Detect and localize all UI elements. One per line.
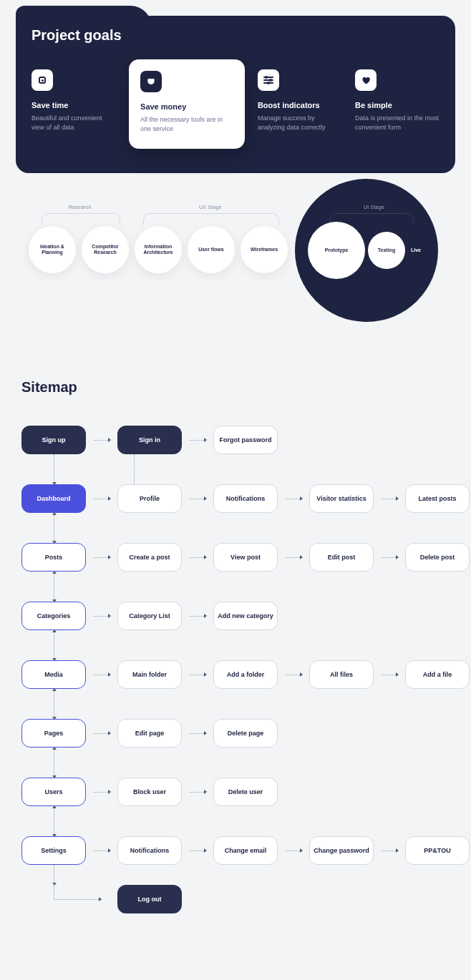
sitemap-row: CategoriesCategory ListAdd new category bbox=[21, 602, 450, 630]
sitemap-node-child: Category List bbox=[117, 602, 182, 630]
stage-bubble-ia: Information Architecture bbox=[135, 226, 182, 273]
connector-horizontal bbox=[286, 499, 301, 499]
sitemap-row: DashboardProfileNotificationsVisitor sta… bbox=[21, 484, 450, 513]
connector-horizontal bbox=[190, 733, 205, 734]
connector-horizontal bbox=[286, 557, 301, 558]
goal-boost-indicators: Boost indicators Manage success by analy… bbox=[258, 69, 342, 132]
sitemap-node-child: Change email bbox=[213, 836, 278, 865]
project-goals-section: Project goals Save time Beautiful and co… bbox=[0, 0, 471, 173]
connector-horizontal bbox=[190, 499, 205, 499]
project-goals-row: Save time Beautiful and convenient view … bbox=[31, 69, 440, 149]
connector-horizontal bbox=[190, 675, 205, 675]
connector-vertical bbox=[54, 806, 54, 836]
sitemap-node-child: Delete page bbox=[213, 719, 278, 748]
sitemap-row: SettingsNotificationsChange emailChange … bbox=[21, 836, 450, 865]
sitemap-row: MediaMain folderAdd a folderAll filesAdd… bbox=[21, 660, 450, 689]
ui-stage-circle: UI Stage Prototype Testing Live bbox=[295, 179, 438, 322]
connector-vertical bbox=[54, 865, 54, 899]
connector-vertical bbox=[134, 454, 135, 484]
connector-vertical bbox=[54, 454, 54, 484]
ui-stage-label: UI Stage bbox=[364, 205, 384, 210]
connector-horizontal bbox=[94, 440, 110, 441]
sitemap-node-child: Latest posts bbox=[405, 484, 470, 513]
stage-bubble-competitor: Competitor Research bbox=[82, 226, 129, 273]
sitemap-node-primary: Dashboard bbox=[21, 484, 86, 513]
sitemap-node-logout: Log out bbox=[117, 885, 182, 913]
sitemap-node-child: PP&TOU bbox=[405, 836, 470, 865]
stage-bubble-prototype: Prototype bbox=[308, 222, 365, 279]
connector-horizontal bbox=[94, 557, 110, 558]
sitemap-node-child: Main folder bbox=[117, 660, 182, 689]
research-stage-label: Research bbox=[69, 205, 92, 210]
connector-vertical bbox=[54, 630, 54, 660]
goal-title: Boost indicators bbox=[258, 101, 342, 109]
connector-horizontal bbox=[94, 792, 110, 793]
goal-title: Be simple bbox=[355, 101, 440, 109]
connector-horizontal bbox=[190, 440, 205, 441]
sitemap-node-child: Add a file bbox=[405, 660, 470, 689]
svg-rect-0 bbox=[147, 79, 154, 80]
sitemap-node-primary: Pages bbox=[21, 719, 86, 748]
connector-vertical bbox=[54, 572, 54, 602]
connector-vertical bbox=[54, 513, 54, 543]
connector-horizontal bbox=[94, 675, 110, 675]
sitemap-node-child: Add new category bbox=[213, 602, 278, 630]
sitemap-node-child: Create a post bbox=[117, 543, 182, 572]
sitemap-node-child: Add a folder bbox=[213, 660, 278, 689]
panel-tab-notch bbox=[16, 6, 152, 27]
sitemap-row: UsersBlock userDelete user bbox=[21, 778, 450, 806]
wallet-icon bbox=[140, 71, 162, 92]
goal-save-time: Save time Beautiful and convenient view … bbox=[31, 69, 116, 132]
stage-bubble-wireframes: Wireframes bbox=[241, 226, 288, 273]
project-goals-title: Project goals bbox=[31, 27, 440, 44]
sitemap-node-primary: Posts bbox=[21, 543, 86, 572]
stage-live-label: Live bbox=[411, 248, 421, 253]
sitemap-node-primary: Settings bbox=[21, 836, 86, 865]
connector-horizontal bbox=[94, 616, 110, 617]
goal-desc: All the necessary tools are in one servi… bbox=[140, 115, 233, 133]
connector-horizontal bbox=[382, 557, 397, 558]
sitemap-node-child: Block user bbox=[117, 778, 182, 806]
connector-vertical bbox=[54, 748, 54, 778]
sitemap-node-child: View post bbox=[213, 543, 278, 572]
connector-horizontal bbox=[190, 557, 205, 558]
goal-desc: Manage success by analyzing data correct… bbox=[258, 114, 342, 132]
connector-horizontal bbox=[190, 616, 205, 617]
sitemap-node-primary: Sign up bbox=[21, 426, 86, 454]
connector-horizontal bbox=[382, 675, 397, 675]
sitemap-node-child: Edit post bbox=[309, 543, 374, 572]
sitemap-node-primary: Media bbox=[21, 660, 86, 689]
sitemap-node-child: Sign in bbox=[117, 426, 182, 454]
sitemap-row: Sign upSign inForgot password bbox=[21, 426, 450, 454]
sitemap-grid: Sign upSign inForgot passwordDashboardPr… bbox=[21, 426, 450, 913]
research-bracket bbox=[42, 213, 120, 225]
sitemap-node-child: Profile bbox=[117, 484, 182, 513]
goal-title: Save time bbox=[31, 101, 116, 109]
stage-bubble-ideation: Ideation & Planning bbox=[29, 226, 76, 273]
sitemap-node-child: Visitor statistics bbox=[309, 484, 374, 513]
connector-horizontal bbox=[190, 792, 205, 793]
sitemap-node-child: Edit page bbox=[117, 719, 182, 748]
sitemap-node-primary: Categories bbox=[21, 602, 86, 630]
sitemap-node-child: Delete post bbox=[405, 543, 470, 572]
connector-vertical bbox=[54, 689, 54, 719]
goal-desc: Beautiful and convenient view of all dat… bbox=[31, 114, 116, 132]
connector-horizontal bbox=[382, 499, 397, 499]
connector-horizontal bbox=[190, 851, 205, 851]
connector-horizontal bbox=[54, 899, 102, 900]
arrowhead-icon bbox=[99, 897, 102, 901]
sliders-icon bbox=[258, 69, 279, 91]
goal-save-money: Save money All the necessary tools are i… bbox=[129, 59, 245, 149]
sitemap-node-child: All files bbox=[309, 660, 374, 689]
sitemap-node-primary: Users bbox=[21, 778, 86, 806]
connector-horizontal bbox=[286, 851, 301, 851]
process-stages-section: Research UX Stage Ideation & Planning Co… bbox=[0, 173, 471, 345]
heart-icon bbox=[355, 69, 377, 91]
sitemap-title: Sitemap bbox=[21, 379, 450, 396]
sitemap-node-child: Forgot password bbox=[213, 426, 278, 454]
checkbox-icon bbox=[31, 69, 53, 91]
connector-horizontal bbox=[286, 675, 301, 675]
connector-horizontal bbox=[94, 499, 110, 499]
connector-horizontal bbox=[94, 851, 110, 851]
sitemap-node-child: Change password bbox=[309, 836, 374, 865]
